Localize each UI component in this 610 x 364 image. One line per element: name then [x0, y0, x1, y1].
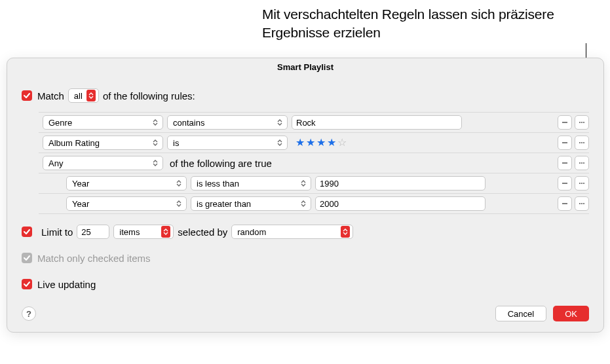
updown-icon: [299, 198, 308, 209]
selected-by-select[interactable]: random: [231, 225, 353, 239]
svg-point-6: [579, 162, 581, 164]
rule-value-field[interactable]: 2000: [315, 196, 486, 211]
rule-op-value: is less than: [197, 179, 239, 189]
svg-point-10: [581, 183, 582, 184]
rule-attr-value: Any: [48, 158, 63, 168]
star-icon: ☆: [337, 137, 347, 148]
rule-attr-value: Genre: [48, 118, 72, 128]
rule-row: Album Ratingis★★★★☆: [39, 133, 589, 153]
rule-op-select[interactable]: is less than: [191, 176, 311, 191]
remove-rule-button[interactable]: [558, 176, 572, 191]
svg-point-2: [583, 122, 584, 123]
rule-more-button[interactable]: [575, 156, 589, 170]
rule-attr-value: Year: [72, 179, 89, 189]
svg-point-5: [583, 142, 584, 143]
rule-row: Yearis greater than2000: [39, 194, 589, 214]
rule-op-select[interactable]: is: [167, 136, 288, 150]
rule-value-field[interactable]: 1990: [315, 176, 486, 191]
svg-point-13: [581, 203, 582, 204]
help-button[interactable]: ?: [22, 306, 36, 321]
svg-point-9: [579, 183, 581, 184]
rule-op-select[interactable]: is greater than: [191, 196, 311, 211]
rule-more-button[interactable]: [575, 196, 589, 211]
rule-attr-value: Album Rating: [48, 138, 100, 148]
remove-rule-button[interactable]: [558, 136, 572, 150]
live-update-row: Live updating: [22, 274, 589, 294]
match-checked-row: Match only checked items: [22, 248, 589, 268]
selected-by-value: random: [237, 227, 266, 237]
rule-op-value: is: [173, 138, 179, 148]
rule-op-select[interactable]: contains: [167, 115, 288, 130]
svg-point-4: [581, 142, 582, 143]
limit-unit-value: items: [119, 227, 140, 237]
rule-value-field[interactable]: Rock: [292, 115, 462, 130]
live-update-label: Live updating: [37, 279, 96, 290]
svg-point-1: [581, 122, 582, 123]
rule-actions: [558, 115, 589, 130]
updown-icon: [299, 177, 308, 189]
annotation-text: Mit verschachtelten Regeln lassen sich p…: [262, 5, 577, 43]
match-suffix: of the following rules:: [103, 90, 195, 101]
rule-op-value: is greater than: [197, 199, 251, 209]
selected-by-label: selected by: [178, 227, 227, 238]
rule-op-value: contains: [173, 118, 204, 128]
rule-more-button[interactable]: [575, 136, 589, 150]
match-scope-value: all: [74, 91, 83, 101]
match-scope-select[interactable]: all: [68, 88, 99, 103]
match-checked-label: Match only checked items: [37, 253, 151, 264]
rule-text-after: of the following are true: [170, 158, 272, 169]
svg-point-11: [583, 183, 584, 184]
svg-point-0: [579, 122, 581, 123]
star-icon: ★: [316, 137, 326, 148]
match-row: Match all of the following rules:: [22, 86, 589, 105]
dialog-footer: ? Cancel OK: [7, 297, 603, 332]
updown-icon: [174, 198, 183, 209]
updown-icon: [174, 177, 183, 189]
star-icon: ★: [306, 137, 315, 148]
rule-attr-select[interactable]: Year: [66, 176, 187, 191]
cancel-button[interactable]: Cancel: [495, 306, 546, 321]
svg-point-8: [583, 162, 584, 164]
live-update-checkbox[interactable]: [22, 279, 32, 289]
rule-attr-select[interactable]: Genre: [43, 115, 163, 130]
rule-attr-select[interactable]: Album Rating: [43, 136, 163, 150]
match-checkbox[interactable]: [22, 90, 32, 101]
svg-point-12: [579, 203, 581, 204]
limit-checkbox[interactable]: [22, 227, 32, 237]
updown-icon: [341, 226, 350, 238]
remove-rule-button[interactable]: [558, 196, 572, 211]
svg-point-3: [579, 142, 581, 143]
rule-attr-select[interactable]: Year: [66, 196, 187, 211]
match-prefix: Match: [37, 90, 64, 101]
rule-more-button[interactable]: [575, 176, 589, 191]
limit-unit-select[interactable]: items: [113, 225, 174, 239]
updown-icon: [275, 137, 284, 149]
rule-row: Anyof the following are true: [39, 153, 589, 173]
limit-label: Limit to: [41, 227, 73, 238]
remove-rule-button[interactable]: [558, 115, 572, 130]
updown-icon: [151, 157, 160, 169]
limit-row: Limit to 25 items selected by random: [22, 222, 589, 242]
rule-attr-select[interactable]: Any: [43, 156, 163, 170]
dialog-title: Smart Playlist: [7, 58, 603, 75]
ok-button[interactable]: OK: [553, 306, 589, 321]
star-icon: ★: [295, 137, 305, 148]
rule-actions: [558, 196, 589, 211]
rule-actions: [558, 136, 589, 150]
svg-point-7: [581, 162, 582, 164]
updown-icon: [86, 90, 96, 101]
rule-more-button[interactable]: [575, 115, 589, 130]
star-rating[interactable]: ★★★★☆: [292, 137, 347, 148]
limit-count-field[interactable]: 25: [77, 225, 109, 239]
remove-rule-button[interactable]: [558, 156, 572, 170]
updown-icon: [151, 117, 160, 128]
star-icon: ★: [327, 137, 336, 148]
updown-icon: [151, 137, 160, 149]
rule-attr-value: Year: [72, 199, 89, 209]
updown-icon: [161, 226, 170, 238]
updown-icon: [275, 117, 284, 128]
rule-actions: [558, 176, 589, 191]
rules-list: GenrecontainsRockAlbum Ratingis★★★★☆Anyo…: [39, 112, 589, 214]
svg-point-14: [583, 203, 584, 204]
dialog-content: Match all of the following rules: Genrec…: [7, 75, 603, 297]
